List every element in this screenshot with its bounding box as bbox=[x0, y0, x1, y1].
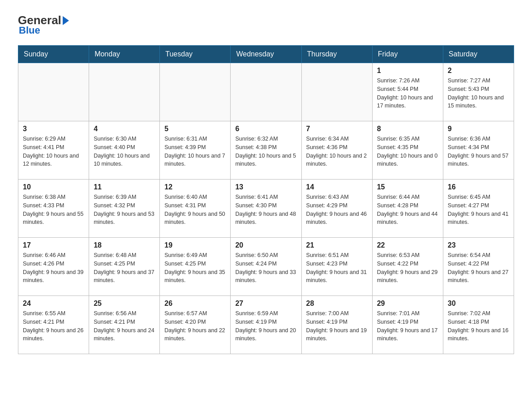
day-number: 28 bbox=[306, 300, 368, 308]
calendar-cell: 13Sunrise: 6:41 AMSunset: 4:30 PMDayligh… bbox=[231, 180, 301, 238]
calendar-cell bbox=[231, 63, 301, 121]
day-number: 15 bbox=[377, 183, 438, 191]
calendar-cell: 11Sunrise: 6:39 AMSunset: 4:32 PMDayligh… bbox=[89, 180, 160, 238]
calendar-cell bbox=[89, 63, 160, 121]
day-number: 23 bbox=[448, 241, 509, 249]
day-number: 18 bbox=[94, 241, 155, 249]
day-info: Sunrise: 6:32 AMSunset: 4:38 PMDaylight:… bbox=[235, 135, 296, 168]
day-number: 10 bbox=[23, 183, 84, 191]
calendar-cell bbox=[301, 63, 372, 121]
day-number: 11 bbox=[94, 183, 155, 191]
day-info: Sunrise: 6:45 AMSunset: 4:27 PMDaylight:… bbox=[448, 193, 509, 227]
day-info: Sunrise: 6:54 AMSunset: 4:22 PMDaylight:… bbox=[448, 251, 509, 285]
weekday-header-saturday: Saturday bbox=[443, 46, 514, 63]
calendar-cell: 24Sunrise: 6:55 AMSunset: 4:21 PMDayligh… bbox=[18, 296, 89, 354]
day-number: 6 bbox=[235, 125, 296, 133]
calendar-cell: 2Sunrise: 7:27 AMSunset: 5:43 PMDaylight… bbox=[443, 63, 514, 121]
calendar-cell: 3Sunrise: 6:29 AMSunset: 4:41 PMDaylight… bbox=[18, 121, 89, 180]
week-row-5: 24Sunrise: 6:55 AMSunset: 4:21 PMDayligh… bbox=[18, 296, 514, 354]
day-number: 5 bbox=[164, 125, 226, 133]
calendar-cell: 15Sunrise: 6:44 AMSunset: 4:28 PMDayligh… bbox=[372, 180, 443, 238]
calendar-cell: 4Sunrise: 6:30 AMSunset: 4:40 PMDaylight… bbox=[89, 121, 160, 180]
day-info: Sunrise: 7:26 AMSunset: 5:44 PMDaylight:… bbox=[377, 77, 438, 110]
calendar-cell: 10Sunrise: 6:38 AMSunset: 4:33 PMDayligh… bbox=[18, 180, 89, 238]
calendar-cell: 30Sunrise: 7:02 AMSunset: 4:18 PMDayligh… bbox=[443, 296, 514, 354]
calendar-cell: 22Sunrise: 6:53 AMSunset: 4:22 PMDayligh… bbox=[372, 238, 443, 296]
day-number: 26 bbox=[164, 300, 226, 308]
calendar-cell bbox=[18, 63, 89, 121]
weekday-header-wednesday: Wednesday bbox=[231, 46, 301, 63]
day-info: Sunrise: 6:31 AMSunset: 4:39 PMDaylight:… bbox=[164, 135, 226, 168]
day-info: Sunrise: 6:51 AMSunset: 4:23 PMDaylight:… bbox=[306, 251, 368, 285]
calendar-cell: 20Sunrise: 6:50 AMSunset: 4:24 PMDayligh… bbox=[231, 238, 301, 296]
calendar-cell: 16Sunrise: 6:45 AMSunset: 4:27 PMDayligh… bbox=[443, 180, 514, 238]
calendar-cell: 5Sunrise: 6:31 AMSunset: 4:39 PMDaylight… bbox=[160, 121, 231, 180]
calendar-cell: 12Sunrise: 6:40 AMSunset: 4:31 PMDayligh… bbox=[160, 180, 231, 238]
week-row-2: 3Sunrise: 6:29 AMSunset: 4:41 PMDaylight… bbox=[18, 121, 514, 180]
day-info: Sunrise: 6:53 AMSunset: 4:22 PMDaylight:… bbox=[377, 251, 438, 285]
day-info: Sunrise: 6:41 AMSunset: 4:30 PMDaylight:… bbox=[235, 193, 296, 227]
logo-blue: Blue bbox=[18, 25, 40, 36]
day-number: 19 bbox=[164, 241, 226, 249]
calendar-cell: 1Sunrise: 7:26 AMSunset: 5:44 PMDaylight… bbox=[372, 63, 443, 121]
calendar-cell: 28Sunrise: 7:00 AMSunset: 4:19 PMDayligh… bbox=[301, 296, 372, 354]
day-number: 1 bbox=[377, 67, 438, 75]
calendar-cell: 26Sunrise: 6:57 AMSunset: 4:20 PMDayligh… bbox=[160, 296, 231, 354]
day-info: Sunrise: 6:38 AMSunset: 4:33 PMDaylight:… bbox=[23, 193, 84, 227]
weekday-header-thursday: Thursday bbox=[301, 46, 372, 63]
day-number: 13 bbox=[235, 183, 296, 191]
day-info: Sunrise: 6:59 AMSunset: 4:19 PMDaylight:… bbox=[235, 309, 296, 343]
calendar-cell: 21Sunrise: 6:51 AMSunset: 4:23 PMDayligh… bbox=[301, 238, 372, 296]
day-info: Sunrise: 6:46 AMSunset: 4:26 PMDaylight:… bbox=[23, 251, 84, 285]
week-row-1: 1Sunrise: 7:26 AMSunset: 5:44 PMDaylight… bbox=[18, 63, 514, 121]
day-number: 14 bbox=[306, 183, 368, 191]
calendar-cell: 23Sunrise: 6:54 AMSunset: 4:22 PMDayligh… bbox=[443, 238, 514, 296]
day-info: Sunrise: 6:55 AMSunset: 4:21 PMDaylight:… bbox=[23, 309, 84, 343]
day-number: 7 bbox=[306, 125, 368, 133]
day-number: 16 bbox=[448, 183, 509, 191]
day-info: Sunrise: 6:40 AMSunset: 4:31 PMDaylight:… bbox=[164, 193, 226, 227]
day-number: 27 bbox=[235, 300, 296, 308]
weekday-header-monday: Monday bbox=[89, 46, 160, 63]
day-info: Sunrise: 6:35 AMSunset: 4:35 PMDaylight:… bbox=[377, 135, 438, 168]
day-number: 2 bbox=[448, 67, 509, 75]
page-header: General Blue bbox=[18, 13, 514, 36]
calendar-cell: 18Sunrise: 6:48 AMSunset: 4:25 PMDayligh… bbox=[89, 238, 160, 296]
day-number: 24 bbox=[23, 300, 84, 308]
weekday-header-tuesday: Tuesday bbox=[160, 46, 231, 63]
day-info: Sunrise: 6:57 AMSunset: 4:20 PMDaylight:… bbox=[164, 309, 226, 343]
logo-arrow-icon bbox=[63, 16, 69, 25]
day-number: 21 bbox=[306, 241, 368, 249]
calendar-cell: 27Sunrise: 6:59 AMSunset: 4:19 PMDayligh… bbox=[231, 296, 301, 354]
day-number: 22 bbox=[377, 241, 438, 249]
day-info: Sunrise: 6:39 AMSunset: 4:32 PMDaylight:… bbox=[94, 193, 155, 227]
day-info: Sunrise: 7:01 AMSunset: 4:19 PMDaylight:… bbox=[377, 309, 438, 343]
day-info: Sunrise: 6:49 AMSunset: 4:25 PMDaylight:… bbox=[164, 251, 226, 285]
day-number: 20 bbox=[235, 241, 296, 249]
week-row-4: 17Sunrise: 6:46 AMSunset: 4:26 PMDayligh… bbox=[18, 238, 514, 296]
calendar-cell: 25Sunrise: 6:56 AMSunset: 4:21 PMDayligh… bbox=[89, 296, 160, 354]
calendar-cell: 14Sunrise: 6:43 AMSunset: 4:29 PMDayligh… bbox=[301, 180, 372, 238]
day-number: 17 bbox=[23, 241, 84, 249]
calendar-cell: 6Sunrise: 6:32 AMSunset: 4:38 PMDaylight… bbox=[231, 121, 301, 180]
calendar-cell: 7Sunrise: 6:34 AMSunset: 4:36 PMDaylight… bbox=[301, 121, 372, 180]
day-info: Sunrise: 7:00 AMSunset: 4:19 PMDaylight:… bbox=[306, 309, 368, 343]
day-number: 9 bbox=[448, 125, 509, 133]
week-row-3: 10Sunrise: 6:38 AMSunset: 4:33 PMDayligh… bbox=[18, 180, 514, 238]
calendar-cell: 9Sunrise: 6:36 AMSunset: 4:34 PMDaylight… bbox=[443, 121, 514, 180]
calendar-cell: 29Sunrise: 7:01 AMSunset: 4:19 PMDayligh… bbox=[372, 296, 443, 354]
day-info: Sunrise: 6:48 AMSunset: 4:25 PMDaylight:… bbox=[94, 251, 155, 285]
day-info: Sunrise: 6:56 AMSunset: 4:21 PMDaylight:… bbox=[94, 309, 155, 343]
logo: General Blue bbox=[18, 13, 70, 36]
day-number: 30 bbox=[448, 300, 509, 308]
day-info: Sunrise: 7:02 AMSunset: 4:18 PMDaylight:… bbox=[448, 309, 509, 343]
day-info: Sunrise: 6:29 AMSunset: 4:41 PMDaylight:… bbox=[23, 135, 84, 168]
calendar-cell: 19Sunrise: 6:49 AMSunset: 4:25 PMDayligh… bbox=[160, 238, 231, 296]
day-number: 25 bbox=[94, 300, 155, 308]
calendar-table: SundayMondayTuesdayWednesdayThursdayFrid… bbox=[18, 45, 514, 354]
day-number: 12 bbox=[164, 183, 226, 191]
weekday-header-sunday: Sunday bbox=[18, 46, 89, 63]
day-info: Sunrise: 6:44 AMSunset: 4:28 PMDaylight:… bbox=[377, 193, 438, 227]
calendar-cell: 8Sunrise: 6:35 AMSunset: 4:35 PMDaylight… bbox=[372, 121, 443, 180]
day-info: Sunrise: 6:36 AMSunset: 4:34 PMDaylight:… bbox=[448, 135, 509, 168]
